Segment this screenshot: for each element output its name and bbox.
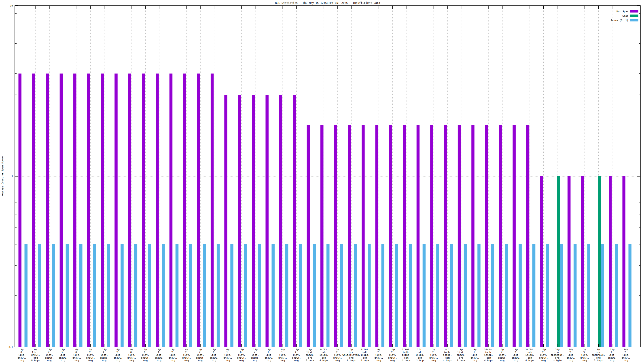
bar-spam	[557, 176, 560, 347]
bar-score	[450, 244, 453, 347]
bar-score	[395, 244, 398, 347]
bar-not-spam	[266, 95, 268, 347]
bar-score	[340, 244, 343, 347]
bar-score	[120, 244, 124, 347]
x-category-label: 14@1.list.dnswl.org1 hop	[278, 348, 287, 362]
bar-not-spam	[293, 95, 296, 347]
bar-score	[382, 244, 384, 347]
x-category-label: 2@2.list.dnswl.org2 hops	[429, 348, 438, 362]
x-category-label: 1@list.dnswl.org7 hops	[456, 348, 466, 362]
x-category-label: 9@0.list.dnswl.org4 hops	[127, 348, 136, 362]
bar-not-spam	[32, 73, 35, 347]
bar-score	[258, 244, 261, 347]
legend-label-not-spam: Not Spam	[616, 10, 628, 13]
bar-score	[38, 244, 41, 347]
bar-not-spam	[183, 73, 186, 347]
bar-not-spam	[252, 95, 255, 347]
x-category-label: 2@3.list.dnswl.org1 hop	[580, 348, 589, 362]
bar-not-spam	[568, 176, 571, 347]
bar-score	[601, 244, 604, 347]
bar-score	[299, 244, 302, 347]
bar-not-spam	[499, 125, 502, 347]
y-axis-title: Message Count or Spam Score	[1, 156, 4, 196]
x-category-label: 14@Y.list.dnswl.org5 hops	[388, 348, 397, 362]
bar-not-spam	[512, 125, 516, 347]
bar-not-spam	[622, 176, 626, 347]
x-category-label: 2ff02.iadb.isipp.com4 hops	[320, 348, 328, 362]
bar-not-spam	[101, 73, 104, 347]
x-category-label: 3@0.list.dnswl.org7 hops	[18, 348, 26, 362]
bar-not-spam	[362, 125, 365, 347]
bar-score	[313, 244, 316, 347]
bar-not-spam	[114, 73, 118, 347]
x-category-label: 12@2.list.dnswl.org1 hop	[608, 348, 617, 362]
bar-not-spam	[485, 125, 488, 347]
bar-not-spam	[238, 95, 241, 347]
bar-score	[230, 244, 234, 347]
x-category-label: 14@2.list.dnswl.org3 hops	[622, 348, 630, 362]
bar-score	[189, 244, 192, 347]
rbl-statistics-page: 3@0.list.dnswl.org7 hops0@list.dnswl.org…	[0, 0, 644, 362]
x-category-label: 9@Y.list.dnswl.org7 hops	[58, 348, 68, 362]
bar-not-spam	[416, 125, 420, 347]
x-category-label: 9@3.list.dnswl.org6 hops	[512, 348, 520, 362]
x-category-label: 6@0.list.dnswl.org3 hops	[72, 348, 82, 362]
bar-not-spam	[403, 125, 406, 347]
y-tick-label-1: 1	[12, 175, 13, 178]
legend-swatch-spam	[630, 14, 638, 17]
bar-not-spam	[60, 73, 63, 347]
plot-area: 3@0.list.dnswl.org7 hops0@list.dnswl.org…	[15, 5, 640, 362]
bar-score	[326, 244, 330, 347]
bar-not-spam	[320, 125, 324, 347]
bar-not-spam	[18, 73, 22, 347]
bar-not-spam	[609, 176, 612, 347]
x-category-label: 3640a.iadb.isipp.com4 hops	[484, 348, 493, 362]
bar-not-spam	[211, 73, 214, 347]
bar-score	[217, 244, 220, 347]
legend-label-spam: Spam	[622, 14, 628, 17]
bar-not-spam	[526, 125, 530, 347]
bar-not-spam	[540, 176, 543, 347]
bar-not-spam	[170, 73, 173, 347]
x-category-label: 1ff.iadb.isipp.com1 hop	[416, 348, 424, 362]
bar-spam	[598, 176, 601, 347]
bar-score	[628, 244, 632, 347]
x-category-label: 3@2.list.dnswl.org6 hops	[333, 348, 342, 362]
bar-score	[505, 244, 508, 347]
legend-swatch-not-spam	[630, 10, 638, 12]
bar-score	[422, 244, 426, 347]
bar-score	[436, 244, 440, 347]
bar-score	[409, 244, 412, 347]
bar-not-spam	[581, 176, 584, 347]
bar-score	[93, 244, 96, 347]
x-category-label: 3@Y.list.dnswl.org8 hops	[168, 348, 177, 362]
x-category-label: 3@Y.list.dnswl.org7 hops	[86, 348, 95, 362]
bar-not-spam	[197, 73, 200, 347]
x-category-label: 2@ips.whitelisted.org6 hops	[342, 348, 360, 362]
x-category-label: 4@2.list.dnswl.org5 hops	[182, 348, 191, 362]
x-category-label: 5@1.list.dnswl.orgorigin	[155, 348, 164, 362]
bar-score	[532, 244, 536, 347]
bar-score	[24, 244, 28, 347]
bar-score	[478, 244, 480, 347]
bar-not-spam	[430, 125, 433, 347]
bar-score	[134, 244, 138, 347]
bar-score	[574, 244, 577, 347]
x-category-label: 2@Y.list.dnswl.org2 hops	[498, 348, 507, 362]
bar-not-spam	[471, 125, 474, 347]
x-category-label: 2ff01.iadb.isipp.com4 hops	[361, 348, 370, 362]
x-category-label: 10@zen.spamhaus.orgorigin	[550, 348, 564, 362]
x-category-label: 3@0.list.dnswl.org8 hops	[141, 348, 150, 362]
bar-not-spam	[348, 125, 351, 347]
bar-not-spam	[444, 125, 447, 347]
bar-not-spam	[156, 73, 159, 347]
y-tick-label-10: 10	[10, 4, 13, 7]
bar-not-spam	[87, 73, 90, 347]
bar-score	[66, 244, 69, 347]
x-category-label: 6@Y.list.dnswl.org6 hops	[114, 348, 122, 362]
bar-score	[244, 244, 247, 347]
x-category-label: 6@2.list.dnswl.org6 hops	[210, 348, 219, 362]
bar-score	[560, 244, 563, 347]
bar-not-spam	[376, 125, 378, 347]
bar-score	[272, 244, 274, 347]
